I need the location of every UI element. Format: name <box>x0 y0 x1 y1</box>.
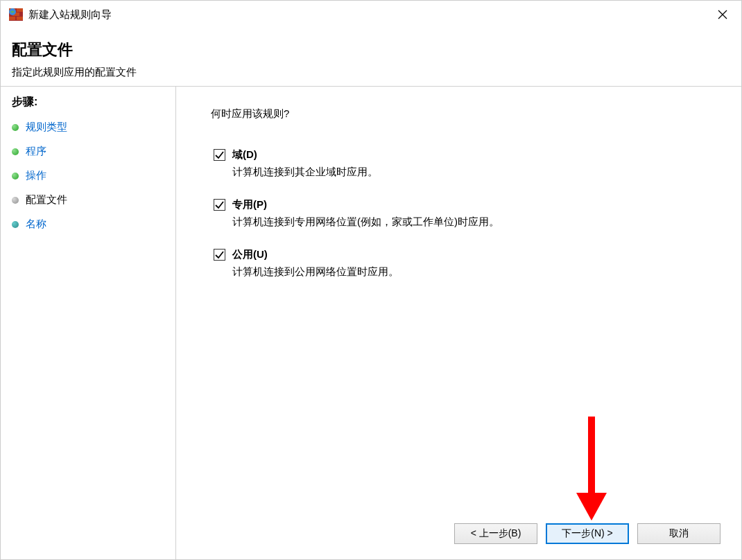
back-button[interactable]: < 上一步(B) <box>454 523 537 544</box>
step-label: 名称 <box>26 218 46 231</box>
window-title: 新建入站规则向导 <box>28 8 707 21</box>
step-rule-type[interactable]: 规则类型 <box>1 115 175 139</box>
prompt-text: 何时应用该规则? <box>211 107 721 121</box>
check-icon <box>215 150 224 159</box>
checkbox-desc: 计算机连接到公用网络位置时应用。 <box>214 265 721 279</box>
svg-rect-5 <box>17 17 23 20</box>
button-row: < 上一步(B) 下一步(N) > 取消 <box>454 523 721 544</box>
checkbox-domain[interactable] <box>214 149 225 161</box>
step-name[interactable]: 名称 <box>1 212 175 236</box>
check-icon <box>215 200 224 209</box>
checkbox-private[interactable] <box>214 199 225 211</box>
checkbox-group-domain: 域(D) 计算机连接到其企业域时应用。 <box>211 148 721 179</box>
step-action[interactable]: 操作 <box>1 164 175 188</box>
checkbox-desc: 计算机连接到其企业域时应用。 <box>214 166 721 179</box>
close-button[interactable] <box>707 3 739 26</box>
main-panel: 何时应用该规则? 域(D) 计算机连接到其企业域时应用。 专用(P) <box>176 87 741 559</box>
firewall-icon <box>9 8 23 21</box>
svg-rect-4 <box>9 17 15 20</box>
content-area: 步骤: 规则类型 程序 操作 配置文件 <box>1 87 741 559</box>
bullet-icon <box>12 221 19 228</box>
bullet-icon <box>12 124 19 131</box>
step-list: 规则类型 程序 操作 配置文件 名称 <box>1 115 175 236</box>
titlebar: 新建入站规则向导 <box>1 1 741 28</box>
step-program[interactable]: 程序 <box>1 139 175 164</box>
sidebar: 步骤: 规则类型 程序 操作 配置文件 <box>1 87 176 559</box>
checkbox-label: 公用(U) <box>232 248 268 261</box>
checkbox-row: 专用(P) <box>214 198 721 211</box>
wizard-window: 新建入站规则向导 配置文件 指定此规则应用的配置文件 步骤: 规则类型 程序 <box>0 0 742 560</box>
sidebar-header: 步骤: <box>1 95 175 115</box>
step-profile[interactable]: 配置文件 <box>1 188 175 212</box>
page-subtitle: 指定此规则应用的配置文件 <box>12 66 730 79</box>
checkbox-row: 域(D) <box>214 148 721 161</box>
bullet-icon <box>12 148 19 155</box>
step-label: 程序 <box>26 145 46 158</box>
checkbox-public[interactable] <box>214 249 225 261</box>
step-label: 操作 <box>26 169 46 182</box>
close-icon <box>718 10 727 19</box>
header-section: 配置文件 指定此规则应用的配置文件 <box>1 28 741 86</box>
next-button[interactable]: 下一步(N) > <box>546 523 629 544</box>
check-icon <box>215 250 224 259</box>
checkbox-group-private: 专用(P) 计算机连接到专用网络位置(例如，家或工作单位)时应用。 <box>211 198 721 229</box>
step-label: 规则类型 <box>26 121 67 134</box>
checkbox-row: 公用(U) <box>214 248 721 261</box>
cancel-button[interactable]: 取消 <box>637 523 721 544</box>
checkbox-group-public: 公用(U) 计算机连接到公用网络位置时应用。 <box>211 248 721 279</box>
page-title: 配置文件 <box>12 40 730 60</box>
checkbox-label: 域(D) <box>232 148 257 161</box>
step-label: 配置文件 <box>26 193 67 207</box>
svg-rect-2 <box>17 8 23 12</box>
bullet-icon <box>12 173 19 180</box>
checkbox-label: 专用(P) <box>232 198 267 211</box>
checkbox-desc: 计算机连接到专用网络位置(例如，家或工作单位)时应用。 <box>214 216 721 229</box>
bullet-icon <box>12 197 19 204</box>
